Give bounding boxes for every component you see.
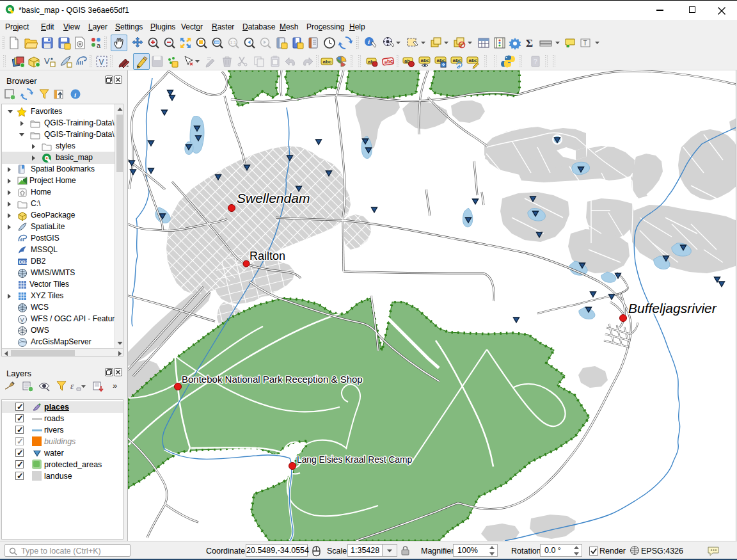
svg-text:?: ? bbox=[534, 58, 537, 65]
svg-text:abc: abc bbox=[421, 58, 430, 63]
svg-text:T: T bbox=[583, 40, 587, 47]
svg-text:V: V bbox=[44, 56, 50, 66]
svg-text:Bontebok National Park Recepti: Bontebok National Park Reception & Shop bbox=[182, 374, 363, 385]
svg-text:Swellendam: Swellendam bbox=[237, 191, 310, 205]
svg-text:Σ: Σ bbox=[526, 37, 533, 49]
svg-text:ε: ε bbox=[70, 381, 74, 391]
svg-text:Buffeljagsrivier: Buffeljagsrivier bbox=[628, 301, 717, 316]
svg-text:Railton: Railton bbox=[250, 250, 285, 262]
svg-text:abc: abc bbox=[469, 58, 478, 63]
svg-text:DB2: DB2 bbox=[19, 260, 28, 264]
svg-text:abc: abc bbox=[323, 59, 332, 65]
svg-text:1:1: 1:1 bbox=[230, 40, 237, 45]
svg-text:V: V bbox=[20, 317, 24, 323]
svg-text:Lang Elsies Kraal Rest Camp: Lang Elsies Kraal Rest Camp bbox=[297, 455, 413, 465]
svg-text:V: V bbox=[99, 58, 104, 67]
svg-text:a: a bbox=[97, 42, 101, 49]
